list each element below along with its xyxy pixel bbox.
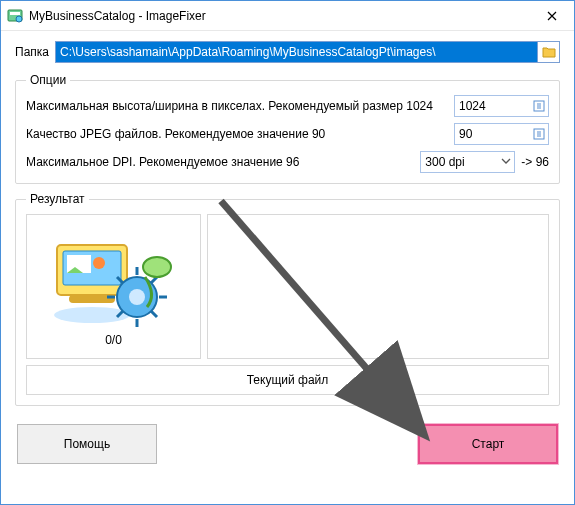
options-group: Опции Максимальная высота/ширина в пиксе…: [15, 73, 560, 184]
max-size-row: Максимальная высота/ширина в пикселах. Р…: [26, 95, 549, 117]
folder-path-input[interactable]: [55, 41, 538, 63]
svg-rect-1: [10, 12, 20, 15]
current-file-bar: Текущий файл: [26, 365, 549, 395]
max-dpi-row: Максимальное DPI. Рекомендуемое значение…: [26, 151, 549, 173]
progress-count: 0/0: [105, 333, 122, 347]
help-button-label: Помощь: [64, 437, 110, 451]
content-area: Папка Опции Максимальная высота/ширина в…: [1, 31, 574, 474]
close-button[interactable]: [529, 1, 574, 30]
svg-point-21: [143, 257, 171, 277]
window: MyBusinessCatalog - ImageFixer Папка Опц…: [0, 0, 575, 505]
max-dpi-label: Максимальное DPI. Рекомендуемое значение…: [26, 155, 420, 169]
preview-box: [207, 214, 549, 359]
jpeg-quality-row: Качество JPEG файлов. Рекомендуемое знач…: [26, 123, 549, 145]
button-row: Помощь Старт: [15, 424, 560, 464]
svg-point-8: [93, 257, 105, 269]
titlebar: MyBusinessCatalog - ImageFixer: [1, 1, 574, 31]
help-button[interactable]: Помощь: [17, 424, 157, 464]
folder-row: Папка: [15, 41, 560, 63]
result-group: Результат: [15, 192, 560, 406]
max-dpi-select[interactable]: [420, 151, 515, 173]
spinner-icon[interactable]: [530, 96, 548, 116]
thumbnail-box: 0/0: [26, 214, 201, 359]
folder-icon: [542, 46, 556, 58]
spinner-icon[interactable]: [530, 124, 548, 144]
max-size-label: Максимальная высота/ширина в пикселах. Р…: [26, 99, 454, 113]
result-legend: Результат: [26, 192, 89, 206]
svg-point-2: [16, 16, 22, 22]
options-legend: Опции: [26, 73, 70, 87]
svg-point-20: [129, 289, 145, 305]
svg-line-17: [151, 311, 157, 317]
start-button-label: Старт: [472, 437, 505, 451]
result-body: 0/0: [26, 214, 549, 359]
browse-folder-button[interactable]: [538, 41, 560, 63]
app-icon: [7, 8, 23, 24]
current-file-label: Текущий файл: [247, 373, 329, 387]
catalog-illustration-icon: [49, 227, 179, 327]
window-title: MyBusinessCatalog - ImageFixer: [29, 9, 529, 23]
jpeg-quality-label: Качество JPEG файлов. Рекомендуемое знач…: [26, 127, 454, 141]
dpi-suffix: -> 96: [521, 155, 549, 169]
folder-label: Папка: [15, 45, 49, 59]
start-button[interactable]: Старт: [418, 424, 558, 464]
